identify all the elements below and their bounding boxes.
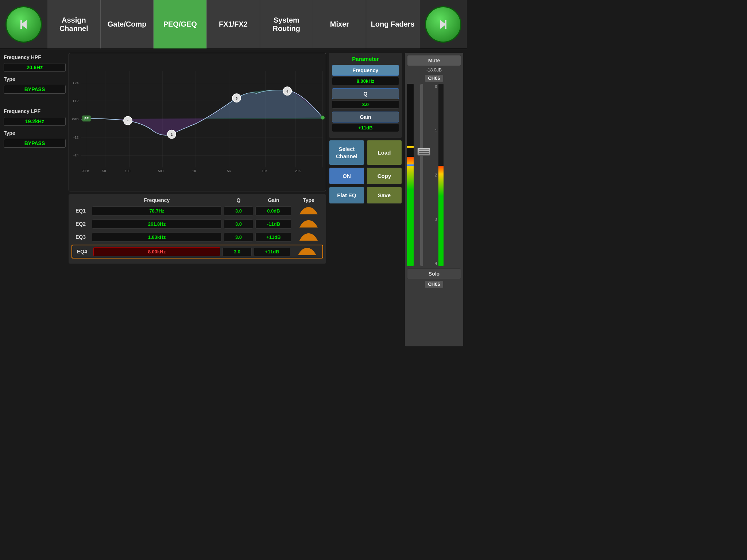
meter-fill-2 xyxy=(438,166,444,266)
type-lpf-value[interactable]: BYPASS xyxy=(4,139,66,148)
left-panel: Frequency HPF 20.6Hz Type BYPASS Frequen… xyxy=(4,53,66,346)
eq4-frequency[interactable]: 8.00kHz xyxy=(93,247,220,256)
type-hpf-value[interactable]: BYPASS xyxy=(4,85,66,94)
freq-hpf-label: Frequency HPF xyxy=(4,54,66,60)
svg-text:2: 2 xyxy=(171,132,173,136)
svg-rect-3 xyxy=(445,20,446,29)
eq2-icon xyxy=(294,218,323,229)
svg-text:0dB: 0dB xyxy=(72,117,79,121)
col-gain: Gain xyxy=(255,197,292,203)
fader-knob[interactable] xyxy=(417,148,430,156)
nav-tabs: Assign ChannelGate/CompPEQ/GEQFX1/FX2Sys… xyxy=(47,0,419,48)
select-channel-button[interactable]: Select Channel xyxy=(329,140,364,165)
main-content: Frequency HPF 20.6Hz Type BYPASS Frequen… xyxy=(0,49,467,350)
nav-next-button[interactable] xyxy=(425,6,461,43)
freq-hpf-value[interactable]: 20.6Hz xyxy=(4,63,66,72)
svg-text:4: 4 xyxy=(286,89,289,93)
nav-prev-button[interactable] xyxy=(5,6,42,43)
eq1-gain[interactable]: 0.0dB xyxy=(255,206,292,215)
freq-lpf-value[interactable]: 19.2kHz xyxy=(4,117,66,126)
svg-text:1: 1 xyxy=(127,119,129,123)
on-button[interactable]: ON xyxy=(329,167,364,184)
eq2-gain[interactable]: -11dB xyxy=(255,219,292,229)
col-label xyxy=(71,197,90,203)
db-reading: -18.0dB xyxy=(426,67,442,73)
nav-tab-gatecomp[interactable]: Gate/Comp xyxy=(101,0,154,48)
nav-tab-sysrouting[interactable]: System Routing xyxy=(260,0,313,48)
eq3-gain[interactable]: +11dB xyxy=(255,233,292,242)
eq4-icon xyxy=(293,246,322,257)
flat-eq-button[interactable]: Flat EQ xyxy=(329,187,364,204)
eq-table-header: Frequency Q Gain Type xyxy=(71,197,323,203)
svg-text:3: 3 xyxy=(236,96,238,100)
svg-text:1K: 1K xyxy=(192,169,196,173)
gain-button[interactable]: Gain xyxy=(332,112,399,122)
nav-tab-mixer[interactable]: Mixer xyxy=(313,0,367,48)
copy-button[interactable]: Copy xyxy=(367,167,402,184)
nav-tab-longfaders[interactable]: Long Faders xyxy=(366,0,419,48)
header: Assign ChannelGate/CompPEQ/GEQFX1/FX2Sys… xyxy=(0,0,467,49)
svg-point-43 xyxy=(321,116,325,120)
load-button[interactable]: Load xyxy=(367,140,402,165)
parameter-label: Parameter xyxy=(332,56,399,62)
eq3-frequency[interactable]: 1.83kHz xyxy=(92,233,222,242)
svg-text:5K: 5K xyxy=(227,169,231,173)
fader-area: 0 1 2 3 4 xyxy=(407,84,461,266)
right-controls: Parameter Frequency 8.00kHz Q 3.0 Gain +… xyxy=(329,53,402,346)
meter-mark-blue xyxy=(407,164,414,166)
eq-row-4[interactable]: EQ4 8.00kHz 3.0 +11dB xyxy=(71,245,323,258)
meter-mark-yellow xyxy=(407,146,414,148)
type-hpf-label: Type xyxy=(4,76,66,82)
eq1-q[interactable]: 3.0 xyxy=(224,206,253,215)
fader-track[interactable] xyxy=(415,84,428,266)
channel-name-bottom: CH06 xyxy=(425,281,443,288)
svg-text:100: 100 xyxy=(125,169,130,173)
gain-value: +11dB xyxy=(332,124,399,132)
scale-3: 3 xyxy=(430,217,437,221)
svg-text:-12: -12 xyxy=(73,135,79,139)
eq2-q[interactable]: 3.0 xyxy=(224,219,253,229)
frequency-value: 8.00kHz xyxy=(332,77,399,85)
eq1-icon xyxy=(294,205,323,216)
parameter-section: Parameter Frequency 8.00kHz Q 3.0 Gain +… xyxy=(329,53,402,138)
nav-tab-assign[interactable]: Assign Channel xyxy=(47,0,101,48)
type-lpf-label: Type xyxy=(4,130,66,136)
scale-4: 4 xyxy=(430,261,437,265)
eq3-q[interactable]: 3.0 xyxy=(224,233,253,242)
scale-1: 1 xyxy=(430,129,437,133)
nav-tab-fx1fx2[interactable]: FX1/FX2 xyxy=(207,0,260,48)
mute-button[interactable]: Mute xyxy=(407,55,461,66)
svg-text:+24: +24 xyxy=(73,81,79,85)
eq4-gain[interactable]: +11dB xyxy=(254,247,290,256)
eq3-icon xyxy=(294,232,323,242)
eq2-frequency[interactable]: 261.8Hz xyxy=(92,219,222,229)
eq1-label: EQ1 xyxy=(71,208,90,214)
channel-name-top: CH06 xyxy=(425,75,443,82)
col-q: Q xyxy=(224,197,253,203)
eq-row-1[interactable]: EQ1 78.7Hz 3.0 0.0dB xyxy=(71,205,323,216)
nav-tab-peqgeq[interactable]: PEQ/GEQ xyxy=(154,0,207,48)
eq-row-3[interactable]: EQ3 1.83kHz 3.0 +11dB xyxy=(71,232,323,242)
meter-fill xyxy=(407,157,414,266)
svg-rect-1 xyxy=(20,20,22,29)
eq-graph[interactable]: +24 +12 0dB -12 -24 20Hz 50 100 500 1K 5… xyxy=(69,53,326,191)
eq-table: Frequency Q Gain Type EQ1 78.7Hz 3.0 0.0… xyxy=(69,194,326,264)
save-button[interactable]: Save xyxy=(367,187,402,204)
fader-scale: 0 1 2 3 4 xyxy=(430,84,437,266)
eq2-label: EQ2 xyxy=(71,221,90,227)
eq-row-2[interactable]: EQ2 261.8Hz 3.0 -11dB xyxy=(71,218,323,229)
eq1-frequency[interactable]: 78.7Hz xyxy=(92,206,222,215)
svg-text:20Hz: 20Hz xyxy=(82,169,90,173)
eq4-q[interactable]: 3.0 xyxy=(222,247,252,256)
solo-button[interactable]: Solo xyxy=(407,268,461,279)
q-value: 3.0 xyxy=(332,100,399,109)
svg-text:-24: -24 xyxy=(73,153,79,157)
vu-meter-2 xyxy=(438,84,444,266)
frequency-button[interactable]: Frequency xyxy=(332,65,399,76)
svg-text:PF: PF xyxy=(84,117,89,120)
scale-0: 0 xyxy=(430,85,437,89)
svg-text:50: 50 xyxy=(102,169,106,173)
svg-text:+12: +12 xyxy=(73,99,79,103)
freq-lpf-label: Frequency LPF xyxy=(4,108,66,114)
q-button[interactable]: Q xyxy=(332,88,399,99)
